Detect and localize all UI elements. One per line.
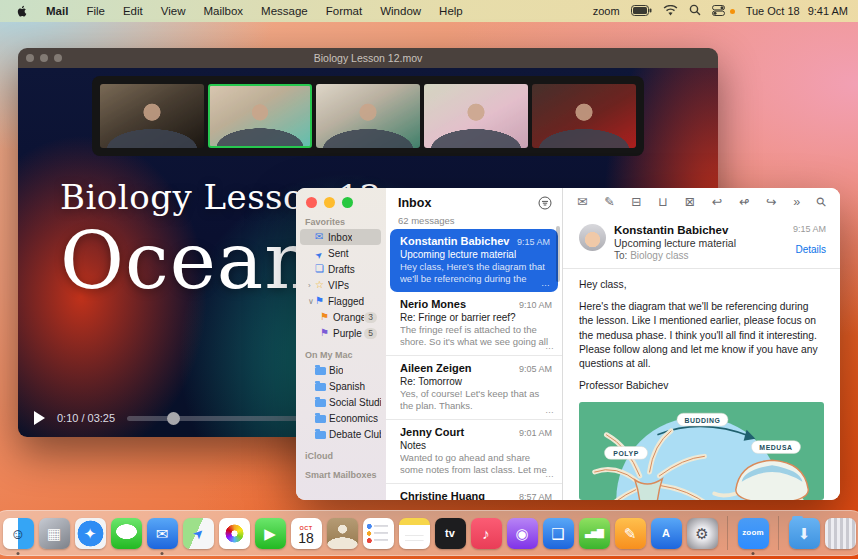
compose-icon[interactable]: ✎ bbox=[604, 196, 614, 209]
forward-icon[interactable]: ↪ bbox=[766, 196, 776, 209]
dock-facetime[interactable]: ▶ bbox=[253, 512, 287, 554]
envelope-icon[interactable]: ✉ bbox=[577, 196, 587, 209]
spotlight-icon[interactable] bbox=[689, 4, 701, 18]
chevron-right-icon[interactable]: › bbox=[308, 281, 315, 290]
message-row-konstantin-babichev[interactable]: Konstantin Babichev9:15 AMUpcoming lectu… bbox=[390, 229, 558, 292]
message-row-aileen-zeigen[interactable]: Aileen Zeigen9:05 AMRe: TomorrowYes, of … bbox=[386, 355, 562, 419]
sidebar-item-economics[interactable]: Economics bbox=[300, 410, 381, 426]
video-window-title: Biology Lesson 12.mov bbox=[18, 52, 718, 64]
message-row-jenny-court[interactable]: Jenny Court9:01 AMNotesWanted to go ahea… bbox=[386, 419, 562, 483]
dock-podcasts[interactable]: ◉ bbox=[505, 512, 539, 554]
lifecycle-diagram-image[interactable]: BUDDING POLYP MEDUSA bbox=[579, 402, 824, 500]
dock-finder[interactable]: ☺ bbox=[1, 512, 35, 554]
menu-message[interactable]: Message bbox=[252, 5, 317, 17]
sidebar-item-debate-club[interactable]: Debate Club bbox=[300, 426, 381, 442]
control-center-icon[interactable] bbox=[712, 5, 725, 18]
participant-tile-1[interactable] bbox=[100, 84, 204, 148]
minimize-button[interactable] bbox=[324, 197, 335, 208]
trash-icon[interactable]: ⊔ bbox=[658, 196, 668, 209]
dock-photos[interactable] bbox=[217, 512, 251, 554]
doc-icon: ❏ bbox=[315, 264, 328, 274]
mail-window: Favorites✉Inbox➤Sent❏Drafts›☆VIPs∨⚑Flagg… bbox=[296, 188, 840, 500]
menu-edit[interactable]: Edit bbox=[114, 5, 152, 17]
junk-icon[interactable]: ⊠ bbox=[685, 196, 695, 209]
battery-icon[interactable] bbox=[631, 5, 652, 18]
sidebar-item-purple[interactable]: ⚑Purple5 bbox=[300, 325, 381, 341]
menu-window[interactable]: Window bbox=[371, 5, 430, 17]
sidebar-item-drafts[interactable]: ❏Drafts bbox=[300, 261, 381, 277]
dock-apple-tv[interactable]: tv bbox=[433, 512, 467, 554]
wifi-icon[interactable] bbox=[663, 5, 678, 18]
reply-all-icon[interactable]: ↫ bbox=[739, 196, 749, 209]
play-button[interactable] bbox=[34, 411, 45, 425]
contacts-icon bbox=[327, 518, 358, 549]
dock-trash[interactable] bbox=[823, 512, 857, 554]
menu-file[interactable]: File bbox=[77, 5, 114, 17]
reply-icon[interactable]: ↩ bbox=[712, 196, 722, 209]
sidebar-item-inbox[interactable]: ✉Inbox bbox=[300, 229, 381, 245]
dock-contacts[interactable] bbox=[325, 512, 359, 554]
message-row-nerio-mones[interactable]: Nerio Mones9:10 AMRe: Fringe or barrier … bbox=[386, 292, 562, 355]
dock-calendar[interactable]: OCT18 bbox=[289, 512, 323, 554]
dock-system-settings[interactable]: ⚙ bbox=[685, 512, 719, 554]
details-link[interactable]: Details bbox=[793, 244, 826, 255]
menubar-date[interactable]: Tue Oct 18 bbox=[746, 5, 800, 17]
zoom-icon: zoom bbox=[738, 518, 769, 549]
dock-maps[interactable]: ➤ bbox=[181, 512, 215, 554]
zoom-status-label[interactable]: zoom bbox=[593, 5, 620, 17]
dock-zoom[interactable]: zoom bbox=[736, 512, 770, 554]
sidebar-item-label: Flagged bbox=[328, 296, 364, 307]
menu-bar: MailFileEditViewMailboxMessageFormatWind… bbox=[0, 0, 858, 22]
more-icon[interactable]: » bbox=[793, 196, 800, 209]
sidebar-item-bio[interactable]: Bio bbox=[300, 362, 381, 378]
dock-launchpad[interactable]: ▦ bbox=[37, 512, 71, 554]
menubar-time[interactable]: 9:41 AM bbox=[808, 5, 848, 17]
dock-notes[interactable] bbox=[397, 512, 431, 554]
dock-numbers[interactable]: ▃▅▇ bbox=[577, 512, 611, 554]
dock-mail[interactable]: ✉ bbox=[145, 512, 179, 554]
sidebar-item-spanish[interactable]: Spanish bbox=[300, 378, 381, 394]
filter-icon[interactable] bbox=[538, 196, 552, 214]
video-window-titlebar[interactable]: Biology Lesson 12.mov bbox=[18, 48, 718, 68]
menu-format[interactable]: Format bbox=[317, 5, 371, 17]
sender-name: Konstantin Babichev bbox=[614, 224, 793, 236]
progress-knob[interactable] bbox=[167, 412, 180, 425]
dock-keynote[interactable]: ❑ bbox=[541, 512, 575, 554]
participant-tile-3[interactable] bbox=[316, 84, 420, 148]
participant-tile-2[interactable] bbox=[208, 84, 312, 148]
sidebar-item-flagged[interactable]: ∨⚑Flagged bbox=[300, 293, 381, 309]
sidebar-item-orange[interactable]: ⚑Orange3 bbox=[300, 309, 381, 325]
dock-downloads[interactable]: ⬇ bbox=[787, 512, 821, 554]
close-button[interactable] bbox=[306, 197, 317, 208]
dock-pages[interactable]: ✎ bbox=[613, 512, 647, 554]
apple-menu-icon[interactable] bbox=[16, 4, 29, 19]
zoom-button[interactable] bbox=[342, 197, 353, 208]
message-row-christine-huang[interactable]: Christine Huang8:57 AMDebate club - resc… bbox=[386, 483, 562, 500]
sidebar-item-label: Social Studies bbox=[329, 397, 381, 408]
participant-tile-5[interactable] bbox=[532, 84, 636, 148]
search-icon[interactable]: ⚲ bbox=[814, 195, 829, 210]
sidebar-item-label: Bio bbox=[329, 365, 343, 376]
menu-help[interactable]: Help bbox=[430, 5, 472, 17]
flag-icon: ⚑ bbox=[320, 328, 333, 338]
participant-tile-4[interactable] bbox=[424, 84, 528, 148]
chevron-down-icon[interactable]: ∨ bbox=[308, 297, 315, 306]
dock-safari[interactable]: ✦ bbox=[73, 512, 107, 554]
dock-music[interactable]: ♪ bbox=[469, 512, 503, 554]
menu-mailbox[interactable]: Mailbox bbox=[194, 5, 252, 17]
sidebar-item-vips[interactable]: ›☆VIPs bbox=[300, 277, 381, 293]
dock-messages[interactable] bbox=[109, 512, 143, 554]
menu-view[interactable]: View bbox=[152, 5, 195, 17]
finder-icon: ☺ bbox=[3, 518, 34, 549]
dock-reminders[interactable] bbox=[361, 512, 395, 554]
menu-mail[interactable]: Mail bbox=[37, 5, 77, 17]
photos-icon bbox=[219, 518, 250, 549]
window-controls[interactable] bbox=[296, 197, 386, 208]
sidebar-item-sent[interactable]: ➤Sent bbox=[300, 245, 381, 261]
archive-icon[interactable]: ⊟ bbox=[631, 196, 641, 209]
message-preview: Hey class, Here's the diagram that we'll… bbox=[400, 261, 550, 286]
scrollbar[interactable] bbox=[556, 226, 560, 282]
sidebar-item-label: Inbox bbox=[328, 232, 352, 243]
dock-app-store[interactable]: A bbox=[649, 512, 683, 554]
sidebar-item-social-studies[interactable]: Social Studies bbox=[300, 394, 381, 410]
